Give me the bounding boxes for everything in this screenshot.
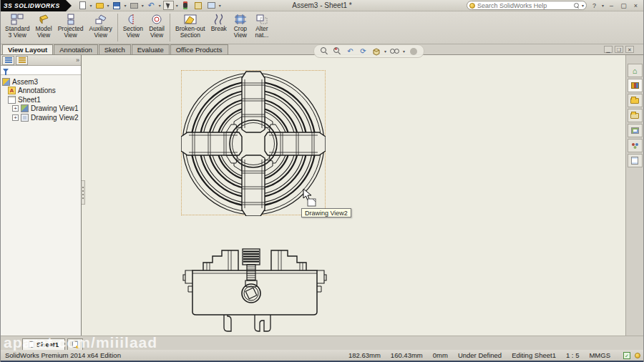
close-button[interactable]: × [631, 2, 640, 9]
search-input[interactable] [477, 2, 572, 9]
solidworks-resources-button[interactable]: ⌂ [628, 64, 643, 77]
title-bar: ЗS SOLIDWORKS Assem3 - Sheet1 * ▾ ▾ ▾ ▾ … [1, 0, 643, 11]
help-button[interactable]: ? [590, 2, 599, 9]
tab-annotation[interactable]: Annotation [54, 44, 97, 54]
expand-icon[interactable]: + [12, 114, 19, 121]
alternate-position-icon [255, 14, 268, 25]
property-icon [19, 57, 26, 63]
display-style-button[interactable] [390, 47, 399, 56]
tab-evaluate[interactable]: Evaluate [132, 44, 170, 54]
search-icon[interactable] [574, 3, 580, 9]
file-properties-icon [195, 2, 202, 9]
auxiliary-view-button[interactable]: Auxiliary View [87, 11, 115, 44]
print-button[interactable] [129, 1, 140, 10]
standard-3-view-button[interactable]: Standard 3 View [2, 11, 33, 44]
view-palette-button[interactable] [628, 124, 643, 137]
undo-dropdown-icon[interactable]: ▾ [159, 3, 161, 8]
tree-item-assembly[interactable]: Assem3 [2, 77, 81, 87]
feature-tree: Assem3 A Annotations Sheet1 + Drawing Vi… [1, 75, 81, 336]
model-view-button[interactable]: Model View [33, 11, 55, 44]
doc-restore-button[interactable]: ❏ [615, 46, 623, 53]
undo-button[interactable]: ↶ [146, 1, 157, 10]
unit-system[interactable]: MMGS [589, 351, 610, 359]
custom-properties-button[interactable] [628, 154, 643, 167]
previous-view-icon: ↶ [347, 47, 353, 55]
view-orientation-button[interactable] [371, 47, 381, 56]
alternate-position-button[interactable]: Alter nat... [251, 11, 273, 44]
appearances-button[interactable] [628, 139, 643, 152]
zoom-to-area-button[interactable]: + [333, 47, 342, 56]
file-properties-button[interactable] [193, 1, 204, 10]
propertymanager-tab[interactable] [16, 56, 28, 65]
open-folder-icon [96, 3, 104, 9]
save-button[interactable] [112, 1, 122, 10]
section-view-button[interactable]: Section View [120, 11, 146, 44]
save-disk-icon [113, 2, 120, 9]
print-icon [130, 3, 138, 9]
help-dropdown-icon[interactable]: ▾ [602, 3, 604, 8]
logo-text: SOLIDWORKS [14, 2, 60, 9]
options-dropdown-icon[interactable]: ▾ [219, 3, 221, 8]
new-dropdown-icon[interactable]: ▾ [90, 3, 92, 8]
sheet-scale[interactable]: 1 : 5 [566, 351, 580, 359]
coordinate-x: 182.63mm [348, 351, 381, 359]
featuremanager-tree-tab[interactable] [2, 56, 14, 65]
redraw-icon: ⟳ [360, 47, 366, 55]
tree-item-annotations[interactable]: A Annotations [2, 87, 81, 96]
design-library-button[interactable] [628, 79, 643, 92]
select-cursor-icon [165, 1, 171, 9]
detail-view-button[interactable]: Detail View [146, 11, 167, 44]
quick-tip-icon[interactable] [635, 353, 640, 358]
search-dropdown-icon[interactable]: ▾ [582, 3, 584, 8]
expand-icon[interactable]: + [12, 105, 19, 112]
tree-item-drawing-view2[interactable]: + Drawing View2 [2, 113, 81, 122]
command-manager: Standard 3 View Model View Projected Vie… [1, 11, 643, 44]
crop-view-icon [234, 14, 247, 25]
save-dropdown-icon[interactable]: ▾ [125, 3, 127, 8]
select-dropdown-icon[interactable]: ▾ [176, 3, 178, 8]
minimize-button[interactable]: – [607, 2, 616, 9]
break-button[interactable]: Break [208, 11, 230, 44]
tag-icon[interactable]: ✓ [623, 352, 630, 359]
add-sheet-button[interactable] [67, 338, 83, 350]
sheet1-tab[interactable]: Sheet1 [22, 338, 65, 350]
restore-button[interactable]: ▢ [619, 2, 628, 9]
graphics-area[interactable]: Drawing View2 [82, 55, 625, 336]
logo-arrow-icon [66, 0, 72, 11]
auxiliary-view-icon [94, 14, 107, 25]
zoom-to-fit-icon [321, 47, 328, 55]
tab-view-layout[interactable]: View Layout [2, 44, 53, 54]
display-style-dropdown-icon[interactable]: ▾ [403, 49, 405, 54]
crop-view-button[interactable]: Crop View [230, 11, 251, 44]
design-library-icon [631, 82, 639, 89]
home-icon: ⌂ [633, 67, 638, 75]
tree-filter-row[interactable] [1, 66, 81, 75]
open-button[interactable] [94, 1, 105, 10]
new-document-button[interactable] [77, 1, 88, 10]
tab-office-products[interactable]: Office Products [170, 44, 228, 54]
file-explorer-button[interactable] [628, 94, 643, 107]
previous-view-button[interactable]: ↶ [346, 47, 355, 56]
view-settings-button[interactable] [409, 47, 418, 56]
view-orientation-dropdown-icon[interactable]: ▾ [384, 49, 386, 54]
doc-minimize-button[interactable]: ▁ [604, 46, 613, 53]
open-dropdown-icon[interactable]: ▾ [107, 3, 109, 8]
drawing-view1-chuck-side[interactable] [180, 243, 330, 336]
projected-view-button[interactable]: Projected View [55, 11, 87, 44]
print-dropdown-icon[interactable]: ▾ [142, 3, 144, 8]
options-button[interactable] [206, 1, 217, 10]
doc-close-button[interactable]: ✕ [625, 46, 634, 53]
tree-item-sheet1[interactable]: Sheet1 [2, 95, 81, 104]
panel-overflow-icon[interactable]: » [76, 57, 79, 64]
redraw-button[interactable]: ⟳ [358, 47, 368, 56]
open-documents-button[interactable] [628, 109, 643, 122]
zoom-to-fit-button[interactable] [320, 47, 329, 56]
tree-item-drawing-view1[interactable]: + Drawing View1 [2, 104, 81, 114]
broken-out-section-button[interactable]: Broken-out Section [172, 11, 208, 44]
panel-splitter-handle[interactable] [82, 180, 85, 205]
projected-view-icon [64, 14, 77, 25]
tab-sketch[interactable]: Sketch [99, 44, 131, 54]
rebuild-button[interactable] [180, 1, 191, 10]
search-box[interactable]: ▾ [467, 1, 587, 10]
select-button[interactable] [163, 1, 174, 10]
